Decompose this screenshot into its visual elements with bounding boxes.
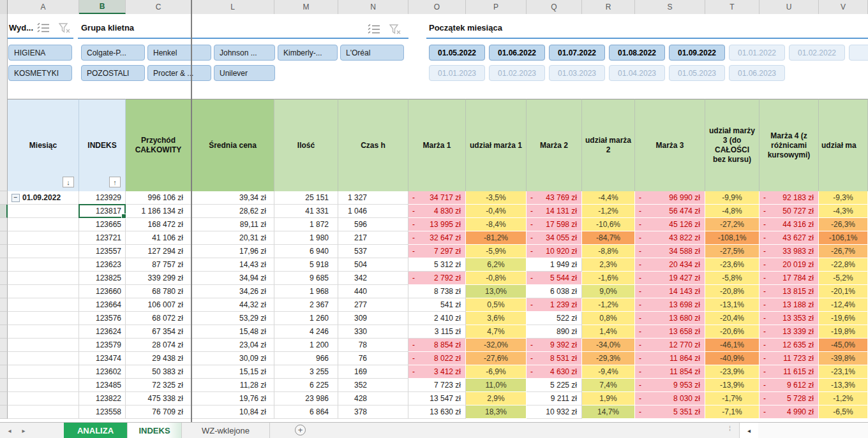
data-cell[interactable]: 28,62 zł xyxy=(191,205,274,218)
multiselect-icon[interactable] xyxy=(37,23,50,33)
slicer-button-date[interactable]: 01.06.2022 xyxy=(489,45,545,61)
sheet-tab-analiza[interactable]: ANALIZA xyxy=(64,423,128,438)
data-cell[interactable]: 309 xyxy=(338,312,408,325)
marza-cell[interactable]: -34 588 zł xyxy=(635,245,705,258)
marza-cell[interactable]: -13 680 zł xyxy=(635,312,705,325)
slicer-button-date[interactable]: 01.04.2023 xyxy=(609,65,665,81)
percent-cell[interactable]: -23,6% xyxy=(705,258,760,272)
data-cell[interactable]: 123660 xyxy=(79,285,126,298)
data-cell[interactable]: 39,34 zł xyxy=(191,191,274,205)
sheet-nav-right-icon[interactable]: ▸ xyxy=(19,426,28,435)
slicer-button-date[interactable]: 01.05.2023 xyxy=(669,65,725,81)
percent-cell[interactable]: 4,7% xyxy=(466,325,527,339)
marza-cell[interactable]: -11 615 zł xyxy=(760,365,819,379)
data-cell[interactable]: 15,15 zł xyxy=(191,365,274,379)
percent-cell[interactable]: 2,9% xyxy=(466,392,527,405)
marza-cell[interactable]: -9 953 zł xyxy=(635,379,705,392)
data-cell[interactable]: 123665 xyxy=(79,218,126,231)
data-cell[interactable]: 352 xyxy=(338,379,408,392)
data-cell[interactable]: 168 472 zł xyxy=(126,218,191,231)
slicer-button-grupa[interactable]: Procter & ... xyxy=(147,65,211,81)
marza-cell[interactable]: -8 022 zł xyxy=(408,352,466,365)
data-cell[interactable]: 14,43 zł xyxy=(191,258,274,272)
sheet-nav-left-icon[interactable]: ◂ xyxy=(5,426,14,435)
percent-cell[interactable]: -12,4% xyxy=(819,298,868,312)
marza-cell[interactable]: -20 434 zł xyxy=(635,258,705,272)
row-header[interactable] xyxy=(0,298,8,312)
marza-cell[interactable]: -43 769 zł xyxy=(527,191,582,205)
miesiac-cell[interactable] xyxy=(8,352,79,365)
miesiac-cell[interactable] xyxy=(8,272,79,285)
data-cell[interactable]: 11,28 zł xyxy=(191,379,274,392)
data-cell[interactable]: 1 200 xyxy=(274,339,338,352)
slicer-button-date[interactable]: 01.01.2022 xyxy=(729,45,785,61)
miesiac-cell[interactable] xyxy=(8,405,79,419)
data-cell[interactable]: 123721 xyxy=(79,231,126,245)
data-cell[interactable]: 17,96 zł xyxy=(191,245,274,258)
slicer-button-date[interactable]: 01.03.2023 xyxy=(549,65,605,81)
percent-cell[interactable]: 13,0% xyxy=(466,285,527,298)
slicer-button-date[interactable]: 01.02.2022 xyxy=(789,45,845,61)
data-cell[interactable]: 76 xyxy=(338,352,408,365)
marza-cell[interactable]: -10 920 zł xyxy=(527,245,582,258)
percent-cell[interactable]: -4,8% xyxy=(705,205,760,218)
data-cell[interactable]: 123557 xyxy=(79,245,126,258)
marza-cell[interactable]: -7 297 zł xyxy=(408,245,466,258)
data-cell[interactable]: 41 331 xyxy=(274,205,338,218)
data-cell[interactable]: 41 106 zł xyxy=(126,231,191,245)
collapse-icon[interactable]: − xyxy=(11,194,20,202)
data-cell[interactable]: 339 299 zł xyxy=(126,272,191,285)
data-cell[interactable]: 996 106 zł xyxy=(126,191,191,205)
row-header[interactable] xyxy=(0,352,8,365)
data-cell[interactable]: 72 325 zł xyxy=(126,379,191,392)
percent-cell[interactable]: 0,8% xyxy=(582,312,635,325)
marza-cell[interactable]: -8 030 zł xyxy=(635,392,705,405)
slicer-button-grupa[interactable]: Colgate-P... xyxy=(81,45,145,61)
marza-cell[interactable]: -4 830 zł xyxy=(408,205,466,218)
marza-cell[interactable]: -5 351 zł xyxy=(635,405,705,419)
marza-cell[interactable]: 9 211 zł xyxy=(527,392,582,405)
add-sheet-button[interactable]: + xyxy=(295,425,306,435)
percent-cell[interactable]: -26,3% xyxy=(819,218,868,231)
data-cell[interactable]: 169 xyxy=(338,365,408,379)
data-cell[interactable]: 1 968 xyxy=(274,285,338,298)
percent-cell[interactable]: -5,2% xyxy=(819,272,868,285)
data-cell[interactable]: 123474 xyxy=(79,352,126,365)
miesiac-cell[interactable]: −01.09.2022 xyxy=(8,191,79,205)
row-header[interactable] xyxy=(0,392,8,405)
percent-cell[interactable]: -4,4% xyxy=(582,191,635,205)
data-cell[interactable]: 475 338 zł xyxy=(126,392,191,405)
marza-cell[interactable]: -13 698 zł xyxy=(635,298,705,312)
miesiac-cell[interactable] xyxy=(8,365,79,379)
percent-cell[interactable]: -84,7% xyxy=(582,231,635,245)
slicer-button-grupa[interactable]: Unilever xyxy=(214,65,275,81)
percent-cell[interactable]: -0,4% xyxy=(466,205,527,218)
column-header-R[interactable]: R xyxy=(582,0,635,14)
percent-cell[interactable]: -34,0% xyxy=(582,339,635,352)
marza-cell[interactable]: 13 547 zł xyxy=(408,392,466,405)
percent-cell[interactable]: -20,6% xyxy=(705,325,760,339)
row-header[interactable] xyxy=(0,339,8,352)
percent-cell[interactable]: -13,9% xyxy=(705,379,760,392)
data-cell[interactable]: 30,09 zł xyxy=(191,352,274,365)
multiselect-icon[interactable] xyxy=(368,24,380,34)
percent-cell[interactable]: -9,4% xyxy=(582,365,635,379)
slicer-button-date[interactable]: 01.07.2022 xyxy=(549,45,605,61)
data-cell[interactable]: 596 xyxy=(338,218,408,231)
percent-cell[interactable]: -22,8% xyxy=(819,258,868,272)
data-cell[interactable]: 20,31 zł xyxy=(191,231,274,245)
marza-cell[interactable]: 3 115 zł xyxy=(408,325,466,339)
marza-cell[interactable]: 6 038 zł xyxy=(527,285,582,298)
data-cell[interactable]: 1 327 xyxy=(338,191,408,205)
percent-cell[interactable]: -1,2% xyxy=(582,205,635,218)
data-cell[interactable]: 68 072 zł xyxy=(126,312,191,325)
marza-cell[interactable]: -8 854 zł xyxy=(408,339,466,352)
marza-cell[interactable]: 5 225 zł xyxy=(527,379,582,392)
data-cell[interactable]: 342 xyxy=(338,272,408,285)
marza-cell[interactable]: -43 627 zł xyxy=(760,231,819,245)
slicer-button-grupa[interactable]: POZOSTALI xyxy=(81,65,145,81)
percent-cell[interactable]: 1,4% xyxy=(582,325,635,339)
data-cell[interactable]: 966 xyxy=(274,352,338,365)
marza-cell[interactable]: -92 183 zł xyxy=(760,191,819,205)
percent-cell[interactable]: -40,9% xyxy=(705,352,760,365)
